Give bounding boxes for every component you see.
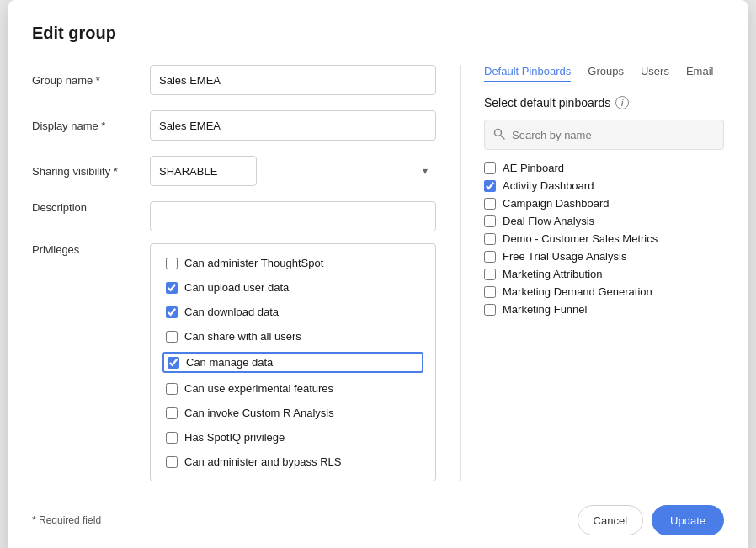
pinboard-deal-flow-checkbox[interactable]	[484, 215, 496, 227]
pinboard-item-marketing-demand: Marketing Demand Generation	[484, 285, 724, 298]
panel-divider	[460, 65, 461, 481]
pinboard-marketing-demand-checkbox[interactable]	[484, 286, 496, 298]
tab-groups[interactable]: Groups	[588, 65, 624, 82]
cancel-button[interactable]: Cancel	[578, 505, 643, 535]
svg-line-1	[501, 135, 504, 138]
tabs-row: Default Pinboards Groups Users Email	[484, 65, 724, 82]
privilege-upload-user-data-label: Can upload user data	[184, 281, 289, 294]
privilege-download-data: Can download data	[162, 303, 423, 321]
privilege-manage-data: Can manage data	[162, 352, 423, 373]
privilege-share-all-users: Can share with all users	[162, 327, 423, 345]
right-panel: Default Pinboards Groups Users Email Sel…	[484, 65, 724, 481]
tab-users[interactable]: Users	[641, 65, 669, 82]
privilege-experimental: Can use experimental features	[162, 380, 423, 397]
pinboard-marketing-attribution-checkbox[interactable]	[484, 269, 496, 280]
privilege-administer-ts-checkbox[interactable]	[166, 258, 178, 269]
footer-buttons: Cancel Update	[578, 505, 724, 535]
pinboard-marketing-demand-label: Marketing Demand Generation	[503, 285, 652, 298]
pinboard-marketing-funnel-label: Marketing Funnel	[503, 303, 587, 316]
privileges-label: Privileges	[32, 243, 150, 256]
privilege-custom-r-label: Can invoke Custom R Analysis	[184, 407, 334, 419]
required-note: * Required field	[32, 514, 101, 526]
pinboard-demo-customer-label: Demo - Customer Sales Metrics	[503, 232, 658, 245]
privilege-experimental-label: Can use experimental features	[184, 382, 333, 395]
info-icon: i	[615, 96, 629, 109]
pinboard-demo-customer-checkbox[interactable]	[484, 233, 496, 245]
sharing-visibility-wrapper: SHARABLE NOT_SHARABLE	[150, 156, 436, 186]
privilege-bypass-rls-checkbox[interactable]	[166, 456, 178, 468]
update-button[interactable]: Update	[652, 505, 724, 535]
description-label: Description	[32, 201, 150, 214]
pinboard-marketing-funnel-checkbox[interactable]	[484, 304, 496, 316]
group-name-row: Group name *	[32, 65, 436, 95]
privileges-row: Privileges Can administer ThoughtSpot Ca…	[32, 243, 436, 481]
display-name-row: Display name *	[32, 110, 436, 141]
search-input[interactable]	[512, 129, 715, 141]
footer: * Required field Cancel Update	[32, 505, 724, 535]
privilege-experimental-checkbox[interactable]	[166, 383, 178, 395]
group-name-label: Group name *	[32, 74, 150, 87]
group-name-input[interactable]	[150, 65, 436, 95]
pinboard-item-marketing-attribution: Marketing Attribution	[484, 268, 724, 280]
pinboard-item-ae: AE Pinboard	[484, 162, 724, 174]
privilege-upload-user-data: Can upload user data	[162, 279, 423, 296]
search-icon	[493, 128, 505, 142]
privilege-bypass-rls: Can administer and bypass RLS	[162, 453, 423, 471]
content-area: Group name * Display name * Sharing visi…	[32, 65, 724, 481]
privilege-spotiq-label: Has SpotIQ privilege	[184, 431, 285, 444]
pinboard-item-campaign: Campaign Dashboard	[484, 197, 724, 210]
sharing-visibility-label: Sharing visibility *	[32, 165, 150, 178]
edit-group-modal: Edit group Group name * Display name * S…	[8, 0, 748, 548]
pinboard-item-activity: Activity Dashboard	[484, 179, 724, 192]
privileges-box: Can administer ThoughtSpot Can upload us…	[150, 243, 436, 481]
sharing-visibility-select[interactable]: SHARABLE NOT_SHARABLE	[150, 156, 257, 186]
pinboard-item-free-trial: Free Trial Usage Analysis	[484, 250, 724, 263]
privilege-custom-r: Can invoke Custom R Analysis	[162, 404, 423, 422]
pinboard-ae-checkbox[interactable]	[484, 162, 496, 174]
pinboard-free-trial-checkbox[interactable]	[484, 251, 496, 263]
pinboard-activity-checkbox[interactable]	[484, 180, 496, 192]
privilege-administer-ts: Can administer ThoughtSpot	[162, 254, 423, 272]
privilege-download-data-checkbox[interactable]	[166, 306, 178, 318]
search-box	[484, 120, 724, 150]
privilege-download-data-label: Can download data	[184, 306, 279, 318]
pinboard-item-marketing-funnel: Marketing Funnel	[484, 303, 724, 316]
privilege-upload-user-data-checkbox[interactable]	[166, 282, 178, 294]
privilege-manage-data-label: Can manage data	[186, 356, 273, 369]
display-name-input[interactable]	[150, 110, 436, 141]
pinboard-campaign-label: Campaign Dashboard	[503, 197, 609, 210]
sharing-visibility-row: Sharing visibility * SHARABLE NOT_SHARAB…	[32, 156, 436, 186]
pinboard-list: AE Pinboard Activity Dashboard Campaign …	[484, 162, 724, 316]
pinboard-campaign-checkbox[interactable]	[484, 198, 496, 210]
privilege-share-all-users-checkbox[interactable]	[166, 331, 178, 343]
display-name-label: Display name *	[32, 120, 150, 132]
pinboard-activity-label: Activity Dashboard	[503, 179, 594, 192]
pinboard-ae-label: AE Pinboard	[503, 162, 564, 174]
description-row: Description	[32, 201, 436, 231]
description-input[interactable]	[150, 201, 436, 231]
privilege-custom-r-checkbox[interactable]	[166, 407, 178, 419]
pinboard-item-deal-flow: Deal Flow Analysis	[484, 215, 724, 227]
privilege-bypass-rls-label: Can administer and bypass RLS	[184, 455, 341, 468]
modal-title: Edit group	[32, 24, 724, 43]
pinboard-free-trial-label: Free Trial Usage Analysis	[503, 250, 626, 263]
section-title: Select default pinboards i	[484, 96, 724, 109]
privilege-share-all-users-label: Can share with all users	[184, 330, 301, 343]
tab-email[interactable]: Email	[686, 65, 714, 82]
privilege-manage-data-checkbox[interactable]	[168, 357, 179, 369]
privilege-spotiq: Has SpotIQ privilege	[162, 428, 423, 446]
pinboard-deal-flow-label: Deal Flow Analysis	[503, 215, 594, 227]
privilege-spotiq-checkbox[interactable]	[166, 432, 178, 444]
pinboard-item-demo-customer: Demo - Customer Sales Metrics	[484, 232, 724, 245]
left-panel: Group name * Display name * Sharing visi…	[32, 65, 436, 481]
privilege-administer-ts-label: Can administer ThoughtSpot	[184, 257, 323, 269]
pinboard-marketing-attribution-label: Marketing Attribution	[503, 268, 603, 280]
tab-default-pinboards[interactable]: Default Pinboards	[484, 65, 571, 82]
section-title-text: Select default pinboards	[484, 96, 610, 109]
